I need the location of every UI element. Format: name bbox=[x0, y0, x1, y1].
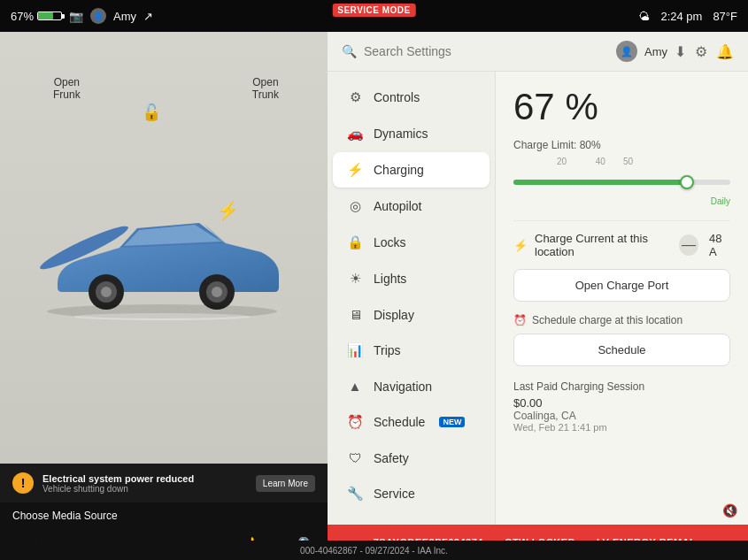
nav-item-navigation[interactable]: ▲ Navigation bbox=[333, 369, 490, 403]
nav-item-lights[interactable]: ☀ Lights bbox=[333, 261, 490, 296]
charging-content: 67 % Charge Limit: 80% 20 40 50 Dail bbox=[496, 72, 748, 525]
speaker-button[interactable]: 🔇 bbox=[722, 503, 737, 518]
search-input[interactable] bbox=[364, 44, 609, 58]
warning-subtitle: Vehicle shutting down bbox=[42, 484, 247, 494]
nav-navigation-label: Navigation bbox=[374, 380, 432, 394]
status-bar-right: 🌤 2:24 pm 87°F bbox=[638, 10, 737, 23]
warning-text: Electrical system power reduced Vehicle … bbox=[42, 473, 247, 494]
schedule-charge-label: ⏰ Schedule charge at this location bbox=[513, 314, 730, 326]
car-area: OpenFrunk 🔓 OpenTrunk bbox=[0, 32, 328, 464]
weather-icon: 🌤 bbox=[638, 10, 650, 23]
schedule-charge-text: Schedule charge at this location bbox=[532, 314, 682, 326]
choose-media-label[interactable]: Choose Media Source bbox=[12, 510, 118, 522]
nav-charging-label: Charging bbox=[374, 163, 424, 177]
nav-schedule-label: Schedule bbox=[374, 415, 425, 429]
charging-icon: ⚡ bbox=[347, 162, 363, 178]
charge-limit-label: Charge Limit: 80% bbox=[513, 139, 730, 151]
trunk-label[interactable]: OpenTrunk bbox=[252, 76, 279, 101]
nav-item-charging[interactable]: ⚡ Charging bbox=[333, 152, 490, 188]
tick-20: 20 bbox=[557, 157, 567, 166]
right-panel: 🔍 👤 Amy ⬇ ⚙ 🔔 ⚙ Controls bbox=[328, 32, 748, 560]
schedule-button[interactable]: Schedule bbox=[513, 334, 730, 366]
temperature: 87°F bbox=[713, 10, 737, 23]
date-bar: 000-40462867 - 09/27/2024 - IAA Inc. bbox=[0, 541, 748, 560]
settings-icon[interactable]: ⚙ bbox=[695, 43, 707, 60]
frunk-label[interactable]: OpenFrunk bbox=[53, 76, 81, 101]
charge-percentage: 67 % bbox=[513, 86, 730, 128]
charging-lightning-icon: ⚡ bbox=[217, 200, 239, 221]
schedule-icon: ⏰ bbox=[347, 414, 363, 430]
svg-point-8 bbox=[73, 313, 251, 320]
status-bar-left: 67% 📷 👤 Amy ↗ bbox=[11, 8, 153, 24]
tick-50: 50 bbox=[623, 157, 633, 166]
frunk-open-btn[interactable]: OpenFrunk bbox=[53, 76, 81, 101]
trips-icon: 📊 bbox=[347, 342, 363, 358]
clock-icon: ⏰ bbox=[513, 314, 527, 326]
charge-current-row: ⚡ Charge Current at this location — 48 A bbox=[513, 220, 730, 269]
last-session-location: Coalinga, CA bbox=[513, 410, 730, 422]
svg-point-6 bbox=[212, 287, 222, 297]
nav-service-label: Service bbox=[374, 487, 415, 501]
nav-item-dynamics[interactable]: 🚗 Dynamics bbox=[333, 116, 490, 151]
media-bar: Choose Media Source bbox=[0, 502, 328, 529]
main-layout: OpenFrunk 🔓 OpenTrunk bbox=[0, 32, 748, 560]
trunk-open-btn[interactable]: OpenTrunk bbox=[252, 76, 279, 101]
nav-item-safety[interactable]: 🛡 Safety bbox=[333, 441, 490, 475]
charge-limit-slider[interactable] bbox=[513, 170, 730, 195]
nav-item-service[interactable]: 🔧 Service bbox=[333, 476, 490, 511]
bell-icon[interactable]: 🔔 bbox=[716, 43, 734, 60]
nav-item-schedule[interactable]: ⏰ Schedule NEW bbox=[333, 404, 490, 440]
dynamics-icon: 🚗 bbox=[347, 126, 363, 142]
settings-layout: ⚙ Controls 🚗 Dynamics ⚡ Charging ◎ Autop… bbox=[328, 72, 748, 525]
driver-icon-sm: 👤 bbox=[90, 8, 106, 24]
current-time: 2:24 pm bbox=[660, 10, 702, 23]
learn-more-button[interactable]: Learn More bbox=[256, 475, 315, 492]
slider-track bbox=[513, 180, 730, 185]
last-session-title: Last Paid Charging Session bbox=[513, 380, 730, 393]
lights-icon: ☀ bbox=[347, 271, 363, 287]
nav-item-display[interactable]: 🖥 Display bbox=[333, 297, 490, 332]
battery-fill bbox=[38, 12, 53, 19]
slider-tick-labels: 20 40 50 bbox=[513, 157, 730, 166]
warning-icon: ! bbox=[12, 472, 34, 494]
nav-lights-label: Lights bbox=[374, 272, 406, 286]
header-icons: ⬇ ⚙ 🔔 bbox=[675, 43, 734, 60]
last-session-date: Wed, Feb 21 1:41 pm bbox=[513, 422, 730, 433]
service-mode-badge: SERVICE MODE bbox=[332, 4, 416, 17]
battery-bar bbox=[37, 12, 62, 20]
nav-item-controls[interactable]: ⚙ Controls bbox=[333, 80, 490, 115]
new-badge: NEW bbox=[439, 417, 465, 427]
slider-thumb[interactable] bbox=[680, 175, 694, 189]
car-image-container bbox=[18, 103, 310, 410]
nav-autopilot-label: Autopilot bbox=[374, 199, 421, 213]
schedule-section: ⏰ Schedule charge at this location Sched… bbox=[513, 314, 730, 366]
nav-item-locks[interactable]: 🔒 Locks bbox=[333, 225, 490, 260]
nav-safety-label: Safety bbox=[374, 451, 409, 465]
charge-plug-icon: ⚡ bbox=[513, 239, 528, 252]
user-area: 👤 Amy ⬇ ⚙ 🔔 bbox=[616, 41, 734, 62]
warning-title: Electrical system power reduced bbox=[42, 473, 247, 484]
open-charge-port-button[interactable]: Open Charge Port bbox=[513, 269, 730, 302]
slider-fill bbox=[513, 180, 687, 185]
autopilot-icon: ◎ bbox=[347, 198, 363, 214]
speaker-icon: 🔇 bbox=[722, 503, 737, 518]
nav-locks-label: Locks bbox=[374, 235, 406, 249]
nav-controls-label: Controls bbox=[374, 90, 420, 104]
user-name: Amy bbox=[644, 45, 667, 58]
daily-label: Daily bbox=[513, 196, 730, 206]
charge-current-text: Charge Current at this location bbox=[535, 232, 679, 258]
search-icon: 🔍 bbox=[342, 44, 357, 58]
last-session-amount: $0.00 bbox=[513, 396, 730, 410]
nav-item-trips[interactable]: 📊 Trips bbox=[333, 333, 490, 368]
navigation-icon: ▲ bbox=[347, 379, 363, 394]
warning-banner: ! Electrical system power reduced Vehicl… bbox=[0, 464, 328, 502]
nav-menu: ⚙ Controls 🚗 Dynamics ⚡ Charging ◎ Autop… bbox=[328, 72, 496, 525]
download-icon[interactable]: ⬇ bbox=[675, 43, 686, 60]
decrease-current-button[interactable]: — bbox=[679, 234, 698, 256]
battery-indicator: 67% bbox=[11, 10, 62, 23]
nav-item-autopilot[interactable]: ◎ Autopilot bbox=[333, 188, 490, 224]
user-avatar: 👤 bbox=[616, 41, 637, 62]
charge-limit-section: Charge Limit: 80% 20 40 50 Daily bbox=[513, 139, 730, 206]
charge-current-value: 48 A bbox=[709, 232, 730, 258]
left-panel: OpenFrunk 🔓 OpenTrunk bbox=[0, 32, 328, 560]
